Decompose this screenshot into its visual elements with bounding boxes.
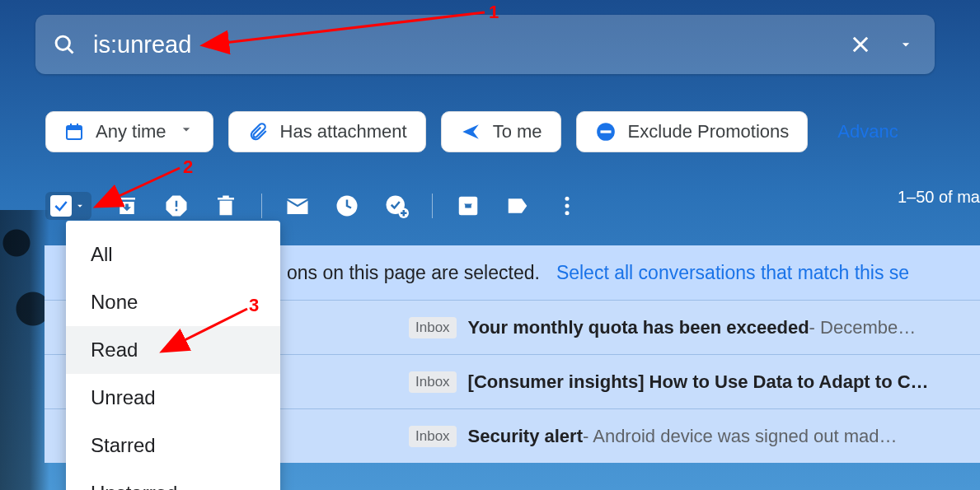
chevron-down-icon <box>73 200 87 212</box>
search-options-dropdown-icon[interactable] <box>883 22 928 68</box>
chip-exclude-promotions[interactable]: Exclude Promotions <box>576 111 809 152</box>
selection-banner-text: ons on this page are selected. <box>287 262 540 284</box>
chip-label: To me <box>493 121 542 142</box>
background-trees <box>0 210 49 490</box>
chip-label: Any time <box>96 121 166 142</box>
message-snippet: - Decembe… <box>809 317 917 338</box>
label-badge: Inbox <box>409 371 457 393</box>
report-spam-icon[interactable] <box>162 192 190 220</box>
toolbar-separator <box>261 194 262 218</box>
arrow-right-icon <box>460 121 481 142</box>
select-all-matching-link[interactable]: Select all conversations that match this… <box>556 262 909 284</box>
message-subject: Your monthly quota has been exceeded <box>468 317 809 338</box>
svg-point-0 <box>56 36 69 49</box>
svg-point-14 <box>565 197 570 201</box>
message-subject: Security alert <box>468 426 583 447</box>
dropdown-item-starred[interactable]: Starred <box>66 422 280 469</box>
svg-point-16 <box>565 211 570 215</box>
svg-rect-5 <box>67 126 82 130</box>
svg-line-1 <box>68 49 73 54</box>
snooze-icon[interactable] <box>333 192 361 220</box>
message-subject: [Consumer insights] How to Use Data to A… <box>468 371 929 393</box>
advanced-search-link[interactable]: Advanc <box>837 121 898 142</box>
chip-label: Has attachment <box>280 121 407 142</box>
selection-banner: ons on this page are selected. Select al… <box>280 245 980 300</box>
dropdown-item-unstarred[interactable]: Unstarred <box>66 469 280 490</box>
add-to-tasks-icon[interactable] <box>382 192 410 220</box>
chip-to-me[interactable]: To me <box>441 111 561 152</box>
message-snippet: - Android device was signed out mad… <box>583 426 898 447</box>
search-icon[interactable] <box>35 33 93 56</box>
search-bar <box>35 15 935 74</box>
svg-rect-9 <box>600 130 611 133</box>
archive-icon[interactable] <box>113 192 141 220</box>
move-to-icon[interactable] <box>454 192 482 220</box>
select-all-checkbox[interactable] <box>45 192 91 220</box>
checkbox-icon <box>50 195 72 217</box>
label-badge: Inbox <box>409 317 457 338</box>
chevron-down-icon <box>178 121 195 142</box>
filter-chips-row: Any time Has attachment To me Exclude Pr… <box>45 107 980 156</box>
mark-read-icon[interactable] <box>284 192 312 220</box>
select-dropdown-menu: All None Read Unread Starred Unstarred <box>66 221 280 490</box>
minus-circle-icon <box>595 121 617 142</box>
toolbar-separator <box>432 194 433 218</box>
more-icon[interactable] <box>553 192 581 220</box>
dropdown-item-none[interactable]: None <box>66 278 280 326</box>
annotation-number-2: 2 <box>183 156 193 177</box>
svg-point-15 <box>565 204 570 208</box>
labels-icon[interactable] <box>504 192 532 220</box>
pagination-text: 1–50 of ma <box>898 188 980 207</box>
dropdown-item-unread[interactable]: Unread <box>66 374 280 422</box>
dropdown-item-all[interactable]: All <box>66 231 280 278</box>
chip-label: Exclude Promotions <box>628 121 790 142</box>
chip-any-time[interactable]: Any time <box>45 111 213 152</box>
delete-icon[interactable] <box>212 192 240 220</box>
chip-has-attachment[interactable]: Has attachment <box>228 111 426 152</box>
clear-search-icon[interactable] <box>837 22 883 68</box>
label-badge: Inbox <box>409 426 457 447</box>
attachment-icon <box>247 121 269 142</box>
calendar-icon <box>64 122 84 142</box>
dropdown-item-read[interactable]: Read <box>66 326 280 374</box>
search-input[interactable] <box>93 31 837 58</box>
